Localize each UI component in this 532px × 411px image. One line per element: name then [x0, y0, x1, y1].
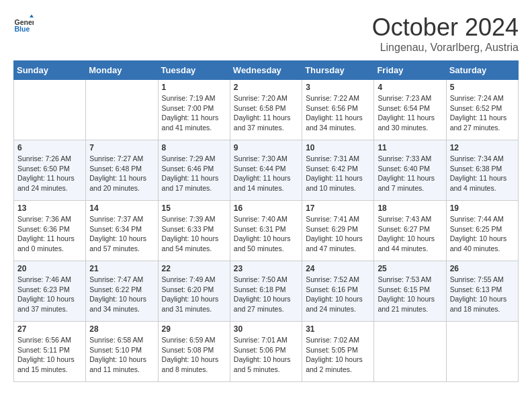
day-number: 1	[162, 83, 226, 92]
calendar-cell: 28 Sunrise: 6:58 AMSunset: 5:10 PMDaylig…	[86, 322, 158, 382]
day-info: Sunrise: 7:24 AMSunset: 6:52 PMDaylight:…	[450, 93, 515, 133]
day-number: 5	[450, 83, 515, 92]
day-info: Sunrise: 7:34 AMSunset: 6:38 PMDaylight:…	[450, 154, 515, 193]
day-number: 16	[234, 203, 298, 213]
title-area: October 2024 Lingenau, Vorarlberg, Austr…	[372, 13, 519, 54]
day-number: 17	[306, 203, 370, 213]
day-number: 19	[450, 203, 515, 213]
location-title: Lingenau, Vorarlberg, Austria	[372, 42, 519, 54]
day-number: 18	[378, 203, 442, 213]
calendar-week-3: 13 Sunrise: 7:36 AMSunset: 6:36 PMDaylig…	[14, 201, 519, 261]
calendar-table: SundayMondayTuesdayWednesdayThursdayFrid…	[13, 60, 519, 382]
weekday-header-tuesday: Tuesday	[158, 61, 230, 80]
day-info: Sunrise: 7:23 AMSunset: 6:54 PMDaylight:…	[378, 93, 442, 133]
calendar-cell: 4 Sunrise: 7:23 AMSunset: 6:54 PMDayligh…	[374, 80, 446, 140]
day-info: Sunrise: 7:37 AMSunset: 6:34 PMDaylight:…	[89, 214, 154, 254]
weekday-header-saturday: Saturday	[446, 61, 518, 80]
day-info: Sunrise: 7:20 AMSunset: 6:58 PMDaylight:…	[234, 93, 298, 133]
day-number: 31	[306, 324, 370, 334]
day-number: 2	[234, 83, 298, 92]
day-number: 3	[306, 83, 370, 92]
day-info: Sunrise: 7:33 AMSunset: 6:40 PMDaylight:…	[378, 154, 442, 193]
day-number: 27	[17, 324, 82, 334]
day-info: Sunrise: 7:46 AMSunset: 6:23 PMDaylight:…	[17, 275, 82, 314]
day-number: 8	[162, 143, 226, 152]
calendar-cell: 26 Sunrise: 7:55 AMSunset: 6:13 PMDaylig…	[446, 261, 518, 322]
day-info: Sunrise: 7:50 AMSunset: 6:18 PMDaylight:…	[234, 275, 298, 314]
calendar-cell: 15 Sunrise: 7:39 AMSunset: 6:33 PMDaylig…	[158, 201, 230, 261]
svg-marker-2	[30, 15, 34, 18]
calendar-header: SundayMondayTuesdayWednesdayThursdayFrid…	[14, 61, 519, 80]
calendar-cell: 8 Sunrise: 7:29 AMSunset: 6:46 PMDayligh…	[158, 140, 230, 201]
day-info: Sunrise: 7:27 AMSunset: 6:48 PMDaylight:…	[89, 154, 154, 193]
calendar-cell	[14, 80, 86, 140]
day-info: Sunrise: 7:49 AMSunset: 6:20 PMDaylight:…	[162, 275, 226, 314]
weekday-row: SundayMondayTuesdayWednesdayThursdayFrid…	[14, 61, 519, 80]
day-info: Sunrise: 7:29 AMSunset: 6:46 PMDaylight:…	[162, 154, 226, 193]
day-info: Sunrise: 7:19 AMSunset: 7:00 PMDaylight:…	[162, 93, 226, 133]
day-number: 26	[450, 264, 515, 273]
day-info: Sunrise: 6:56 AMSunset: 5:11 PMDaylight:…	[17, 335, 82, 375]
calendar-cell: 6 Sunrise: 7:26 AMSunset: 6:50 PMDayligh…	[14, 140, 86, 201]
day-number: 22	[162, 264, 226, 273]
calendar-cell: 22 Sunrise: 7:49 AMSunset: 6:20 PMDaylig…	[158, 261, 230, 322]
calendar-cell: 19 Sunrise: 7:44 AMSunset: 6:25 PMDaylig…	[446, 201, 518, 261]
day-number: 25	[378, 264, 442, 273]
logo-icon: General Blue	[13, 13, 34, 34]
day-number: 11	[378, 143, 442, 152]
header-area: General Blue October 2024 Lingenau, Vora…	[13, 13, 519, 54]
calendar-week-4: 20 Sunrise: 7:46 AMSunset: 6:23 PMDaylig…	[14, 261, 519, 322]
day-info: Sunrise: 7:47 AMSunset: 6:22 PMDaylight:…	[89, 275, 154, 314]
day-info: Sunrise: 7:43 AMSunset: 6:27 PMDaylight:…	[378, 214, 442, 254]
calendar-cell: 7 Sunrise: 7:27 AMSunset: 6:48 PMDayligh…	[86, 140, 158, 201]
day-info: Sunrise: 6:58 AMSunset: 5:10 PMDaylight:…	[89, 335, 154, 375]
calendar-cell	[374, 322, 446, 382]
day-info: Sunrise: 7:30 AMSunset: 6:44 PMDaylight:…	[234, 154, 298, 193]
weekday-header-sunday: Sunday	[14, 61, 86, 80]
calendar-body: 1 Sunrise: 7:19 AMSunset: 7:00 PMDayligh…	[14, 80, 519, 382]
calendar-cell: 2 Sunrise: 7:20 AMSunset: 6:58 PMDayligh…	[230, 80, 302, 140]
day-info: Sunrise: 7:44 AMSunset: 6:25 PMDaylight:…	[450, 214, 515, 254]
day-number: 13	[17, 203, 82, 213]
day-number: 4	[378, 83, 442, 92]
calendar-cell: 31 Sunrise: 7:02 AMSunset: 5:05 PMDaylig…	[302, 322, 374, 382]
day-info: Sunrise: 7:52 AMSunset: 6:16 PMDaylight:…	[306, 275, 370, 314]
weekday-header-thursday: Thursday	[302, 61, 374, 80]
day-info: Sunrise: 7:39 AMSunset: 6:33 PMDaylight:…	[162, 214, 226, 254]
calendar-cell: 1 Sunrise: 7:19 AMSunset: 7:00 PMDayligh…	[158, 80, 230, 140]
day-number: 28	[89, 324, 154, 334]
calendar-cell: 24 Sunrise: 7:52 AMSunset: 6:16 PMDaylig…	[302, 261, 374, 322]
svg-text:Blue: Blue	[15, 25, 30, 33]
calendar-cell: 20 Sunrise: 7:46 AMSunset: 6:23 PMDaylig…	[14, 261, 86, 322]
day-number: 12	[450, 143, 515, 152]
calendar-week-5: 27 Sunrise: 6:56 AMSunset: 5:11 PMDaylig…	[14, 322, 519, 382]
calendar-week-1: 1 Sunrise: 7:19 AMSunset: 7:00 PMDayligh…	[14, 80, 519, 140]
day-number: 23	[234, 264, 298, 273]
day-info: Sunrise: 7:53 AMSunset: 6:15 PMDaylight:…	[378, 275, 442, 314]
month-title: October 2024	[372, 13, 519, 42]
weekday-header-friday: Friday	[374, 61, 446, 80]
day-info: Sunrise: 7:26 AMSunset: 6:50 PMDaylight:…	[17, 154, 82, 193]
calendar-week-2: 6 Sunrise: 7:26 AMSunset: 6:50 PMDayligh…	[14, 140, 519, 201]
calendar-cell: 16 Sunrise: 7:40 AMSunset: 6:31 PMDaylig…	[230, 201, 302, 261]
calendar-cell: 5 Sunrise: 7:24 AMSunset: 6:52 PMDayligh…	[446, 80, 518, 140]
weekday-header-monday: Monday	[86, 61, 158, 80]
day-number: 15	[162, 203, 226, 213]
calendar-cell: 14 Sunrise: 7:37 AMSunset: 6:34 PMDaylig…	[86, 201, 158, 261]
day-number: 7	[89, 143, 154, 152]
day-info: Sunrise: 7:41 AMSunset: 6:29 PMDaylight:…	[306, 214, 370, 254]
day-number: 24	[306, 264, 370, 273]
day-info: Sunrise: 7:55 AMSunset: 6:13 PMDaylight:…	[450, 275, 515, 314]
day-info: Sunrise: 6:59 AMSunset: 5:08 PMDaylight:…	[162, 335, 226, 375]
logo: General Blue	[13, 13, 34, 34]
calendar-cell: 17 Sunrise: 7:41 AMSunset: 6:29 PMDaylig…	[302, 201, 374, 261]
day-info: Sunrise: 7:40 AMSunset: 6:31 PMDaylight:…	[234, 214, 298, 254]
calendar-cell: 11 Sunrise: 7:33 AMSunset: 6:40 PMDaylig…	[374, 140, 446, 201]
day-number: 14	[89, 203, 154, 213]
day-info: Sunrise: 7:02 AMSunset: 5:05 PMDaylight:…	[306, 335, 370, 375]
day-number: 20	[17, 264, 82, 273]
day-number: 10	[306, 143, 370, 152]
day-number: 29	[162, 324, 226, 334]
calendar-cell: 23 Sunrise: 7:50 AMSunset: 6:18 PMDaylig…	[230, 261, 302, 322]
day-number: 9	[234, 143, 298, 152]
